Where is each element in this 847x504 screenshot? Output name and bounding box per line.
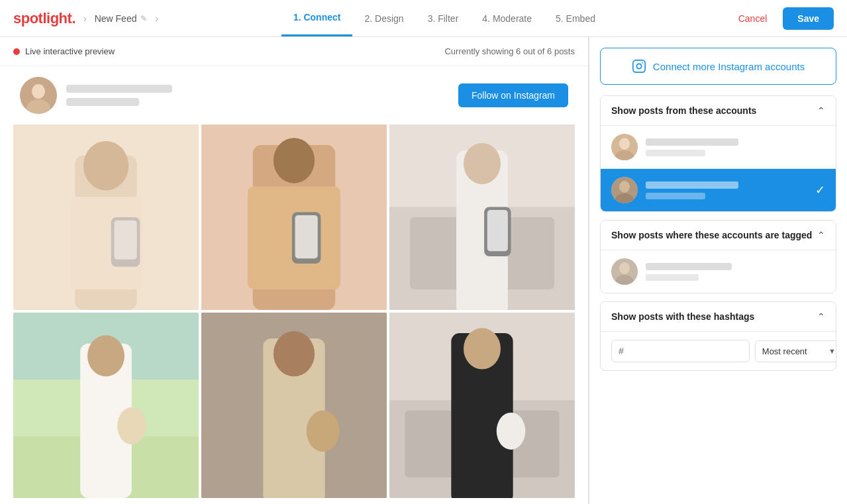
breadcrumb-label: New Feed: [95, 13, 137, 24]
account-name-placeholder-1: [646, 138, 738, 146]
account-text-1: [646, 138, 825, 156]
svg-point-11: [274, 138, 315, 183]
section-hashtags: Show posts with these hashtags ⌃ # Most …: [600, 301, 836, 371]
live-indicator: Live interactive preview: [13, 46, 115, 56]
svg-point-44: [619, 138, 630, 150]
instagram-icon: [632, 59, 646, 74]
svg-rect-8: [114, 221, 136, 260]
live-dot: [13, 48, 20, 55]
tagged-account-handle-placeholder: [646, 274, 699, 281]
section-tagged-title: Show posts where these accounts are tagg…: [611, 230, 812, 240]
account-handle-placeholder-2: [646, 193, 705, 199]
profile-area: Follow on Instagram: [0, 66, 588, 125]
svg-point-27: [87, 335, 125, 376]
account-item-2[interactable]: ✓: [601, 169, 836, 211]
section-hashtags-chevron: ⌃: [817, 311, 825, 322]
tagged-account-name-placeholder: [646, 263, 732, 270]
tagged-account-text-1: [646, 263, 825, 281]
preview-topbar: Live interactive preview Currently showi…: [0, 37, 588, 66]
account-avatar-2: [611, 177, 638, 203]
tagged-account-item-1[interactable]: [601, 250, 836, 293]
section-hashtags-title: Show posts with these hashtags: [611, 311, 754, 322]
step-design[interactable]: 2. Design: [352, 1, 415, 36]
step-connect[interactable]: 1. Connect: [281, 0, 353, 36]
svg-point-38: [464, 328, 501, 369]
section-from-title: Show posts from these accounts: [611, 105, 756, 116]
photo-cell-1: [13, 125, 199, 310]
svg-point-47: [619, 181, 630, 193]
section-tagged-header[interactable]: Show posts where these accounts are tagg…: [601, 221, 836, 250]
svg-point-39: [497, 413, 526, 450]
logo-text: spotlight.: [13, 10, 75, 26]
svg-rect-14: [295, 215, 318, 258]
hashtag-input[interactable]: [626, 346, 742, 356]
svg-point-28: [117, 407, 146, 444]
photo-grid: [0, 125, 588, 504]
svg-point-5: [83, 141, 128, 191]
right-panel: Connect more Instagram accounts Show pos…: [589, 37, 847, 504]
section-from-chevron: ⌃: [817, 105, 825, 116]
header-actions: Cancel Save: [730, 7, 834, 30]
wizard-steps: 1. Connect 2. Design 3. Filter 4. Modera…: [166, 0, 722, 36]
hash-symbol: #: [619, 346, 624, 356]
photo-cell-2: [201, 125, 387, 310]
breadcrumb-chevron-1: ›: [83, 13, 87, 24]
section-from-header[interactable]: Show posts from these accounts ⌃: [601, 96, 836, 126]
logo: spotlight.: [13, 10, 75, 27]
follow-button[interactable]: Follow on Instagram: [458, 83, 568, 107]
hashtag-input-wrapper: #: [611, 340, 750, 362]
section-tagged-chevron: ⌃: [817, 230, 825, 240]
post-count: Currently showing 6 out of 6 posts: [444, 46, 575, 56]
svg-point-41: [636, 64, 641, 68]
account-handle-placeholder-1: [646, 150, 705, 156]
breadcrumb-chevron-2: ›: [155, 13, 158, 24]
account-item-1[interactable]: [601, 126, 836, 169]
svg-point-19: [464, 143, 501, 184]
account-name-placeholder-2: [646, 181, 738, 189]
save-button[interactable]: Save: [783, 7, 834, 30]
tagged-account-avatar-1: [611, 258, 638, 285]
cancel-button[interactable]: Cancel: [730, 8, 775, 29]
sort-select[interactable]: Most recent Most liked Most commented: [755, 340, 836, 362]
step-moderate[interactable]: 4. Moderate: [470, 1, 544, 36]
header: spotlight. › New Feed ✎ › 1. Connect 2. …: [0, 0, 847, 37]
photo-cell-6: [389, 313, 575, 498]
section-tagged-accounts: Show posts where these accounts are tagg…: [600, 220, 836, 293]
profile-text: [66, 85, 172, 106]
step-filter[interactable]: 3. Filter: [416, 1, 471, 36]
live-label: Live interactive preview: [25, 46, 115, 56]
avatar: [20, 77, 57, 114]
connect-btn-label: Connect more Instagram accounts: [653, 61, 805, 72]
check-icon: ✓: [815, 183, 825, 197]
svg-rect-40: [633, 60, 645, 72]
svg-point-50: [619, 262, 630, 274]
svg-point-32: [274, 331, 315, 376]
profile-handle-placeholder: [66, 98, 139, 106]
photo-cell-5: [201, 313, 387, 498]
step-embed[interactable]: 5. Embed: [544, 1, 607, 36]
hashtag-row: # Most recent Most liked Most commented …: [601, 332, 836, 370]
photo-cell-3: [389, 125, 575, 310]
sort-wrapper: Most recent Most liked Most commented ▼: [755, 340, 836, 362]
main-layout: Live interactive preview Currently showi…: [0, 37, 847, 504]
breadcrumb-item: New Feed ✎: [95, 13, 148, 24]
connect-instagram-button[interactable]: Connect more Instagram accounts: [600, 48, 836, 85]
account-text-2: [646, 181, 807, 199]
photo-cell-4: [13, 313, 199, 498]
section-hashtags-header[interactable]: Show posts with these hashtags ⌃: [601, 302, 836, 332]
svg-point-1: [32, 84, 45, 99]
edit-icon[interactable]: ✎: [140, 14, 147, 23]
svg-point-33: [307, 411, 340, 452]
section-from-accounts: Show posts from these accounts ⌃: [600, 95, 836, 212]
svg-rect-21: [487, 210, 508, 251]
preview-panel: Live interactive preview Currently showi…: [0, 37, 589, 504]
account-avatar-1: [611, 134, 638, 160]
profile-name-placeholder: [66, 85, 172, 93]
svg-point-42: [642, 62, 643, 64]
profile-left: [20, 77, 172, 114]
